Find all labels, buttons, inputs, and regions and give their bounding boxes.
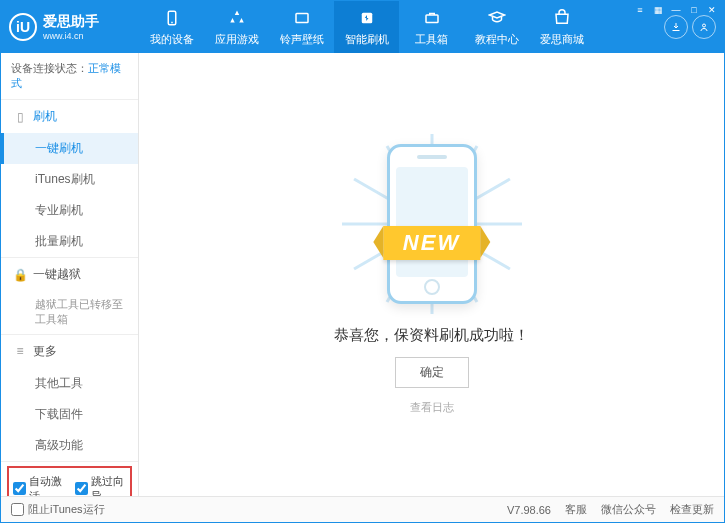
title-buttons xyxy=(664,15,716,39)
svg-rect-4 xyxy=(426,15,438,23)
checkbox-label: 跳过向导 xyxy=(91,474,127,496)
tab-label: 教程中心 xyxy=(475,32,519,47)
jailbreak-note: 越狱工具已转移至 工具箱 xyxy=(1,291,138,334)
toolbox-icon xyxy=(422,8,442,28)
minimize-icon[interactable]: ― xyxy=(668,3,684,17)
tab-label: 铃声壁纸 xyxy=(280,32,324,47)
new-banner: NEW xyxy=(383,226,480,260)
checkbox-input[interactable] xyxy=(13,482,26,495)
logo-area: iU 爱思助手 www.i4.cn xyxy=(9,13,139,41)
lock-icon: 🔒 xyxy=(13,268,27,282)
checkbox-label: 阻止iTunes运行 xyxy=(28,502,105,517)
success-message: 恭喜您，保资料刷机成功啦！ xyxy=(334,326,529,345)
burst-bg xyxy=(322,134,542,314)
footer-left: 阻止iTunes运行 xyxy=(11,502,507,517)
tutorial-icon xyxy=(487,8,507,28)
section-title: 更多 xyxy=(33,343,57,360)
view-log-link[interactable]: 查看日志 xyxy=(410,400,454,415)
illustration: NEW xyxy=(322,134,542,314)
store-icon xyxy=(552,8,572,28)
wechat-link[interactable]: 微信公众号 xyxy=(601,502,656,517)
app-window: ≡ ▦ ― □ ✕ iU 爱思助手 www.i4.cn 我的设备 应用游戏 铃声… xyxy=(0,0,725,523)
close-icon[interactable]: ✕ xyxy=(704,3,720,17)
sidebar-item-batch[interactable]: 批量刷机 xyxy=(1,226,138,257)
tab-flash[interactable]: 智能刷机 xyxy=(334,1,399,53)
note-line: 工具箱 xyxy=(35,312,138,327)
connection-status: 设备连接状态：正常模式 xyxy=(1,53,138,100)
maximize-icon[interactable]: □ xyxy=(686,3,702,17)
status-label: 设备连接状态： xyxy=(11,62,88,74)
titlebar: iU 爱思助手 www.i4.cn 我的设备 应用游戏 铃声壁纸 智能刷机 工具… xyxy=(1,1,724,53)
block-itunes-checkbox[interactable]: 阻止iTunes运行 xyxy=(11,502,105,517)
tab-label: 爱思商城 xyxy=(540,32,584,47)
section-more: ≡更多 其他工具 下载固件 高级功能 xyxy=(1,335,138,462)
svg-rect-2 xyxy=(296,13,308,22)
section-title: 一键越狱 xyxy=(33,266,81,283)
tab-ringtone[interactable]: 铃声壁纸 xyxy=(269,1,334,53)
tab-label: 应用游戏 xyxy=(215,32,259,47)
svg-point-5 xyxy=(703,24,706,27)
checkbox-skip-guide[interactable]: 跳过向导 xyxy=(75,474,127,496)
main-content: NEW 恭喜您，保资料刷机成功啦！ 确定 查看日志 xyxy=(139,53,724,496)
section-title: 刷机 xyxy=(33,108,57,125)
sidebar-item-oneclick[interactable]: 一键刷机 xyxy=(1,133,138,164)
window-controls: ≡ ▦ ― □ ✕ xyxy=(632,3,720,17)
apps-icon xyxy=(227,8,247,28)
checkbox-input[interactable] xyxy=(75,482,88,495)
tab-label: 工具箱 xyxy=(415,32,448,47)
check-update-link[interactable]: 检查更新 xyxy=(670,502,714,517)
checkbox-input[interactable] xyxy=(11,503,24,516)
app-url: www.i4.cn xyxy=(43,31,99,41)
app-name: 爱思助手 xyxy=(43,13,99,31)
section-header-flash[interactable]: ▯刷机 xyxy=(1,100,138,133)
phone-icon xyxy=(162,8,182,28)
tab-my-device[interactable]: 我的设备 xyxy=(139,1,204,53)
tab-apps[interactable]: 应用游戏 xyxy=(204,1,269,53)
section-header-jailbreak[interactable]: 🔒一键越狱 xyxy=(1,258,138,291)
section-jailbreak: 🔒一键越狱 越狱工具已转移至 工具箱 xyxy=(1,258,138,335)
version-label: V7.98.66 xyxy=(507,504,551,516)
tab-label: 智能刷机 xyxy=(345,32,389,47)
sidebar-item-itunes[interactable]: iTunes刷机 xyxy=(1,164,138,195)
sidebar-item-other[interactable]: 其他工具 xyxy=(1,368,138,399)
menu-icon[interactable]: ≡ xyxy=(632,3,648,17)
tab-tools[interactable]: 工具箱 xyxy=(399,1,464,53)
download-icon[interactable] xyxy=(664,15,688,39)
note-line: 越狱工具已转移至 xyxy=(35,297,138,312)
sidebar: 设备连接状态：正常模式 ▯刷机 一键刷机 iTunes刷机 专业刷机 批量刷机 … xyxy=(1,53,139,496)
service-link[interactable]: 客服 xyxy=(565,502,587,517)
tab-store[interactable]: 爱思商城 xyxy=(529,1,594,53)
nav-tabs: 我的设备 应用游戏 铃声壁纸 智能刷机 工具箱 教程中心 爱思商城 xyxy=(139,1,664,53)
flash-icon xyxy=(357,8,377,28)
sidebar-item-advanced[interactable]: 高级功能 xyxy=(1,430,138,461)
tab-tutorial[interactable]: 教程中心 xyxy=(464,1,529,53)
section-flash: ▯刷机 一键刷机 iTunes刷机 专业刷机 批量刷机 xyxy=(1,100,138,258)
phone-illustration xyxy=(387,144,477,304)
sidebar-item-pro[interactable]: 专业刷机 xyxy=(1,195,138,226)
wallpaper-icon xyxy=(292,8,312,28)
footer-right: V7.98.66 客服 微信公众号 检查更新 xyxy=(507,502,714,517)
tab-label: 我的设备 xyxy=(150,32,194,47)
user-icon[interactable] xyxy=(692,15,716,39)
skin-icon[interactable]: ▦ xyxy=(650,3,666,17)
checkbox-label: 自动激活 xyxy=(29,474,65,496)
section-header-more[interactable]: ≡更多 xyxy=(1,335,138,368)
options-box: 自动激活 跳过向导 xyxy=(7,466,132,496)
phone-small-icon: ▯ xyxy=(13,110,27,124)
sidebar-item-download[interactable]: 下载固件 xyxy=(1,399,138,430)
footer: 阻止iTunes运行 V7.98.66 客服 微信公众号 检查更新 xyxy=(1,496,724,522)
logo-icon: iU xyxy=(9,13,37,41)
ok-button[interactable]: 确定 xyxy=(395,357,469,388)
checkbox-auto-activate[interactable]: 自动激活 xyxy=(13,474,65,496)
body: 设备连接状态：正常模式 ▯刷机 一键刷机 iTunes刷机 专业刷机 批量刷机 … xyxy=(1,53,724,496)
menu-small-icon: ≡ xyxy=(13,344,27,358)
